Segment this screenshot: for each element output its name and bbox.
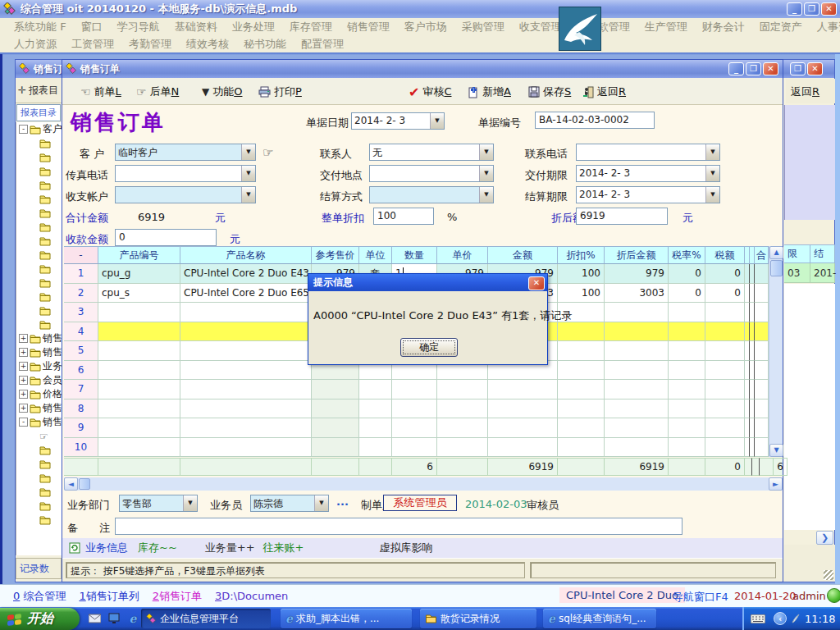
tree-item[interactable] [16,457,62,471]
table-cell[interactable] [488,380,558,399]
tree-item[interactable]: +销售 [16,345,62,359]
expand-icon[interactable]: + [19,348,28,357]
settle-method-combo[interactable]: ▼ [369,186,494,203]
chevron-down-icon[interactable]: ▼ [705,166,719,181]
grid-header-cell[interactable]: 折后金额 [605,246,669,264]
table-cell[interactable]: 9 [64,418,98,438]
table-cell[interactable] [180,322,312,342]
return-button[interactable]: 返回R [579,83,629,101]
table-cell[interactable] [98,399,180,419]
lookup-hand-icon[interactable]: ☞ [262,145,273,160]
table-cell[interactable] [755,341,769,361]
table-cell[interactable]: 0 [669,264,705,284]
chevron-down-icon[interactable]: ▼ [430,113,444,129]
menu-item[interactable]: 基础资料 [167,18,225,36]
stock-link[interactable]: 库存~~ [138,541,177,555]
grid-header-cell[interactable]: 税额 [705,246,745,264]
table-cell[interactable] [180,380,312,399]
grid-header-cell[interactable]: 折扣% [558,246,605,264]
chevron-down-icon[interactable]: ▼ [479,166,493,181]
fax-combo[interactable]: ▼ [115,165,256,182]
close-icon[interactable]: ✕ [821,2,837,16]
table-cell[interactable]: 0 [705,284,745,304]
table-cell[interactable]: 4 [64,322,98,342]
grid-header-cell[interactable]: 参考售价 [312,246,359,264]
table-cell[interactable] [558,361,605,381]
chevron-down-icon[interactable]: ▼ [314,495,328,511]
tree-item[interactable] [16,499,62,513]
save-button[interactable]: 保存S [525,83,574,101]
tree-item[interactable]: +会员 [16,373,62,387]
tree-item[interactable]: ☞ [16,429,62,443]
grid-header-cell[interactable]: 产品编号 [98,246,180,264]
table-cell[interactable] [755,380,769,399]
grid-header-cell[interactable]: 单位 [359,246,392,264]
table-cell[interactable]: 0 [705,264,745,284]
grid-header-cell[interactable]: 产品名称 [180,246,312,264]
table-cell[interactable] [755,322,769,342]
menu-item[interactable]: 考勤管理 [121,35,179,53]
chevron-down-icon[interactable]: ▼ [241,187,255,203]
table-cell[interactable] [392,380,437,399]
discount-input[interactable]: 100 [373,208,434,225]
customer-combo[interactable]: 临时客户▼ [115,144,256,161]
table-cell[interactable] [705,341,745,361]
window-list-item[interactable]: 2销售订单 [153,589,202,604]
chevron-down-icon[interactable]: ▼ [705,144,719,160]
table-cell[interactable] [755,418,769,438]
table-cell[interactable] [359,418,392,438]
resize-grip[interactable] [824,570,833,580]
quick-launch-icon-2[interactable] [107,611,121,626]
menu-item[interactable]: 人事资料 [810,18,840,36]
table-cell[interactable] [669,438,705,458]
menu-item[interactable]: 生产管理 [637,18,695,36]
grid-header-cell[interactable]: 单价 [437,246,488,264]
account-combo[interactable]: ▼ [115,186,256,203]
expand-icon[interactable]: + [19,362,28,371]
scroll-left-icon[interactable]: ◄ [64,477,78,491]
table-cell[interactable]: 1 [64,264,98,284]
menu-item[interactable]: 配置管理 [294,35,351,53]
grid-header-cell[interactable]: 数量 [392,246,437,264]
table-cell[interactable] [98,438,180,458]
table-cell[interactable] [437,438,488,458]
list-return-button[interactable]: 返回R [786,79,835,103]
ok-button[interactable]: 确定 [400,338,458,357]
tree-item[interactable]: +销售 [16,401,62,415]
table-cell[interactable] [755,264,769,284]
delivery-place-combo[interactable]: ▼ [369,165,494,182]
table-cell[interactable] [437,399,488,419]
order-window-titlebar[interactable]: 销售订单 _ ❐ ✕ [62,60,783,78]
table-cell[interactable] [180,303,312,322]
table-cell[interactable] [180,418,312,438]
table-cell[interactable] [392,418,437,438]
chevron-down-icon[interactable]: ▼ [241,144,255,160]
salesman-combo[interactable]: 陈宗德▼ [250,495,329,512]
dept-combo[interactable]: 零售部▼ [119,495,198,512]
menu-item[interactable]: 财务会计 [695,18,752,36]
tree-item[interactable] [16,164,62,178]
expand-icon[interactable]: + [19,404,28,413]
table-cell[interactable] [669,361,705,381]
table-cell[interactable] [98,418,180,438]
scroll-right-icon[interactable]: ► [769,477,783,491]
menu-item[interactable]: 销售管理 [340,18,397,36]
scroll-up-icon[interactable]: ▲ [769,246,783,259]
dialog-titlebar[interactable]: 提示信息 [308,274,547,291]
table-cell[interactable] [705,399,745,419]
table-cell[interactable]: 2 [64,284,98,304]
window-list-item[interactable]: 3D:\Documen [215,590,288,602]
table-cell[interactable] [359,380,392,399]
grid-header-cell[interactable]: 合 [755,246,769,264]
tree-item[interactable]: +销售 [16,331,62,345]
table-cell[interactable] [180,341,312,361]
tree-item[interactable] [16,206,62,220]
table-cell[interactable]: 3003 [605,284,669,304]
minimize-icon[interactable]: _ [787,2,802,16]
menu-item[interactable]: 客户市场 [397,18,454,36]
table-cell[interactable] [605,399,669,419]
menu-item[interactable]: 工资管理 [64,35,121,53]
tree-item[interactable] [16,248,62,262]
table-cell[interactable] [312,438,359,458]
table-cell[interactable] [755,303,769,322]
